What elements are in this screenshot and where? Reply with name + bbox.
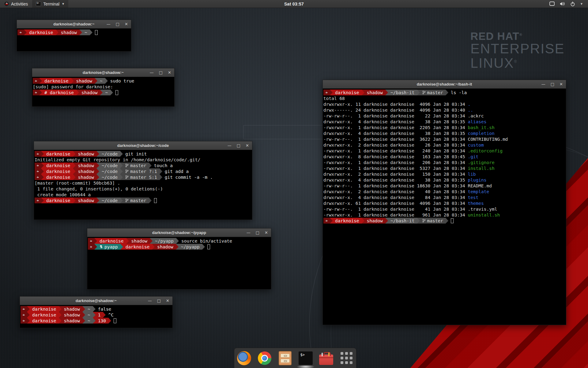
prompt-segment-git: master ?:1 [123, 168, 159, 174]
redhat-prompt-icon [36, 170, 40, 173]
terminal-icon[interactable]: $> [298, 351, 313, 366]
file-name: plugins [468, 177, 486, 183]
terminal-window-pyapp: darknoise@shadow:~/pyapp — □ ✕ darknoise… [87, 228, 271, 289]
chrome-icon[interactable] [257, 351, 272, 366]
close-button[interactable]: ✕ [265, 231, 268, 235]
redhat-prompt-icon [36, 199, 40, 202]
redhat-prompt-icon [325, 91, 328, 94]
terminal-window-home-1: darknoise@shadow:~ — □ ✕ darknoiseshadow… [17, 20, 131, 52]
prompt-segment-path: ~ [85, 306, 93, 312]
git-branch-icon [125, 169, 129, 173]
focused-app-menu[interactable]: $> Terminal ▼ [32, 0, 68, 8]
app-grid-icon[interactable] [339, 351, 354, 366]
prompt-segment-user: # darknoise [42, 90, 76, 95]
file-name: template [468, 189, 489, 194]
prompt-segment-user: darknoise [123, 244, 152, 250]
powerline-separator [362, 90, 364, 95]
powerline-separator [41, 163, 44, 168]
close-button[interactable]: ✕ [168, 71, 171, 75]
output-line: -rwxrwxr-x. 1 darknoise darknoise 5327 J… [323, 165, 566, 171]
maximize-button[interactable]: □ [256, 231, 259, 235]
window-title: darknoise@shadow:~ [83, 70, 124, 75]
prompt-segment-host: shadow [79, 90, 100, 95]
window-titlebar[interactable]: darknoise@shadow:~/pyapp — □ ✕ [87, 228, 271, 237]
minimize-button[interactable]: — [107, 22, 111, 26]
output-line: drwxrwxr-x. 2 darknoise darknoise 40 Jan… [323, 189, 566, 194]
powerline-separator [120, 163, 123, 168]
output-text: drwxrwxr-x. 11 darknoise darknoise 4096 … [323, 101, 468, 107]
minimize-button[interactable]: — [148, 299, 152, 303]
minimize-button[interactable]: — [541, 82, 545, 86]
window-titlebar[interactable]: darknoise@shadow:~ — □ ✕ [32, 68, 174, 77]
close-button[interactable]: ✕ [125, 22, 128, 26]
powerline-separator [73, 168, 76, 174]
close-button[interactable]: ✕ [560, 82, 563, 86]
powerline-separator [120, 168, 123, 174]
output-text: drwxrwxr-x. 8 darknoise darknoise 163 Ja… [323, 154, 468, 159]
minimize-button[interactable]: — [228, 144, 232, 148]
terminal-content[interactable]: darknoiseshadow~falsedarknoiseshadow~1^C… [20, 305, 172, 328]
file-name: custom [468, 142, 484, 148]
redhat-icon [4, 2, 9, 6]
maximize-button[interactable]: □ [157, 299, 161, 303]
prompt-line: # darknoiseshadow~ [33, 90, 174, 95]
maximize-button[interactable]: □ [159, 71, 163, 75]
powerline-separator [446, 90, 448, 95]
maximize-button[interactable]: □ [116, 22, 119, 26]
maximize-button[interactable]: □ [551, 82, 554, 86]
terminal-content[interactable]: darknoiseshadow~sudo true[sudo] password… [32, 77, 174, 106]
maximize-button[interactable]: □ [237, 144, 240, 148]
powerline-separator [120, 244, 123, 250]
window-titlebar[interactable]: darknoise@shadow:~ — □ ✕ [17, 20, 131, 29]
redhat-prompt-icon [325, 219, 328, 222]
output-text: -rwxrwxr-x. 1 darknoise darknoise 240 Ja… [323, 148, 468, 154]
minimize-button[interactable]: — [150, 71, 154, 75]
close-button[interactable]: ✕ [166, 299, 169, 303]
file-name: test [468, 194, 478, 200]
prompt-segment-hat [35, 151, 41, 157]
powerline-separator [41, 197, 44, 203]
output-line: drwxrwxr-x. 4 darknoise darknoise 38 Jan… [323, 119, 566, 125]
window-titlebar[interactable]: darknoise@shadow:~/code — □ ✕ [34, 141, 252, 150]
powerline-separator [176, 244, 179, 250]
powerline-separator [108, 318, 111, 324]
file-name: bash_it.sh [468, 125, 494, 130]
terminal-content[interactable]: darknoiseshadow~/pyappsource bin/activat… [87, 237, 271, 289]
output-line: -rwxrwxr-x. 1 darknoise darknoise 2205 J… [323, 125, 566, 130]
window-title: darknoise@shadow:~ [53, 22, 94, 26]
prompt-segment-path: ~/bash-it [388, 218, 417, 224]
output-line: drwxrwxr-x. 2 darknoise darknoise 150 Ja… [323, 171, 566, 177]
output-line: drwxrwxr-x. 4 darknoise darknoise 38 Jan… [323, 177, 566, 183]
close-button[interactable]: ✕ [246, 144, 249, 148]
terminal-content[interactable]: darknoiseshadow~ [17, 29, 131, 51]
prompt-segment-hat [21, 306, 27, 312]
window-titlebar[interactable]: darknoise@shadow:~/bash-it — □ ✕ [323, 80, 566, 89]
prompt-segment-git: master [420, 90, 446, 95]
powerline-separator [96, 151, 99, 157]
output-line: drwxrwxr-x. 61 darknoise darknoise 4096 … [323, 200, 566, 206]
clock[interactable]: Sat 03:57 [0, 2, 588, 6]
output-text: [sudo] password for darknoise: [33, 84, 113, 90]
toolbox-icon[interactable] [319, 351, 334, 366]
window-title: darknoise@shadow:~/code [117, 143, 169, 148]
minimize-button[interactable]: — [247, 231, 251, 235]
prompt-segment-user: darknoise [44, 151, 73, 157]
powerline-separator [446, 218, 448, 224]
activities-button[interactable]: Activities [0, 0, 32, 8]
powerline-separator [103, 312, 106, 318]
files-icon[interactable] [278, 351, 292, 366]
prompt-segment-path: ~/code [99, 168, 120, 174]
output-text: -rwxrwxr-x. 1 darknoise darknoise 206 Ja… [323, 159, 468, 165]
terminal-content[interactable]: darknoiseshadow~/codegit initInitialized… [34, 150, 252, 220]
output-line: -rwxrwxr-x. 1 darknoise darknoise 206 Ja… [323, 159, 566, 165]
powerline-separator [202, 244, 205, 250]
window-titlebar[interactable]: darknoise@shadow:~ — □ ✕ [20, 297, 172, 305]
terminal-content[interactable]: darknoiseshadow~/bash-itmasterls -latota… [323, 89, 566, 325]
powerline-separator [105, 78, 108, 84]
system-status-area[interactable]: ▼ [545, 0, 588, 8]
output-line: total 68 [323, 95, 566, 101]
prompt-segment-host: shadow [74, 78, 95, 84]
output-line: 1 file changed, 0 insertions(+), 0 delet… [35, 186, 252, 192]
firefox-icon[interactable] [237, 351, 251, 366]
prompt-segment-user: darknoise [44, 168, 73, 174]
